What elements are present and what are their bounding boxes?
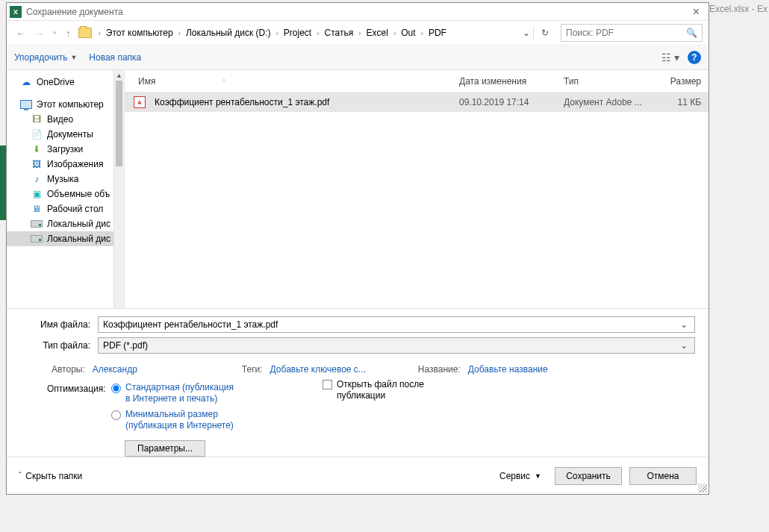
downloads-icon: ⬇ [31,144,43,154]
breadcrumb-item[interactable]: Project [284,28,311,38]
filename-input[interactable] [103,319,678,330]
sidebar-music[interactable]: ♪Музыка [7,172,124,187]
authors-value[interactable]: Александр [93,364,137,375]
sidebar-local-disk-2[interactable]: Локальный дис [7,231,124,246]
col-header-name[interactable]: Имяˆ [134,76,455,87]
drive-icon [31,234,43,244]
breadcrumb-separator: › [99,29,101,37]
chevron-down-icon: ▼ [535,472,541,480]
col-header-type[interactable]: Тип [559,76,664,87]
desktop-icon: 🖥 [31,204,43,214]
titlebar: X Сохранение документа × [7,3,709,21]
nav-forward-button[interactable]: → [31,26,47,40]
filetype-label: Тип файла: [20,340,98,351]
column-headers: Имяˆ Дата изменения Тип Размер [125,70,709,93]
service-button[interactable]: Сервис ▼ [494,469,547,484]
sort-indicator-icon: ˆ [222,78,225,86]
music-icon: ♪ [31,174,43,184]
tags-value[interactable]: Добавьте ключевое с... [270,364,366,375]
sidebar-3d-objects[interactable]: ▣Объемные объ [7,187,124,201]
pictures-icon: 🖼 [31,159,43,169]
navigation-sidebar: ☁ OneDrive Этот компьютер 🎞Видео 📄Докуме… [7,70,125,308]
breadcrumb-item[interactable]: Статья [325,28,354,38]
help-button[interactable]: ? [688,51,701,64]
sidebar-this-pc[interactable]: Этот компьютер [7,97,124,112]
search-box[interactable]: 🔍 [561,24,703,42]
scroll-thumb[interactable] [116,81,122,166]
file-list-pane: Имяˆ Дата изменения Тип Размер A Коэффиц… [125,70,709,308]
sidebar-desktop[interactable]: 🖥Рабочий стол [7,201,124,216]
nav-recent-button[interactable]: ▾ [50,28,60,38]
cube-icon: ▣ [31,189,43,199]
filetype-combo[interactable]: PDF (*.pdf) ⌄ [98,337,695,354]
view-options-button[interactable]: ☷ ▾ [659,49,682,66]
hide-folders-button[interactable]: ˆ Скрыть папки [19,471,82,481]
organize-button[interactable]: Упорядочить ▼ [14,52,77,63]
address-dropdown[interactable]: ⌄ [520,28,533,38]
file-name-cell: Коэффициент рентабельности_1 этаж.pdf [150,97,455,107]
sidebar-downloads[interactable]: ⬇Загрузки [7,142,124,157]
breadcrumb-item[interactable]: Out [401,28,415,38]
file-date-cell: 09.10.2019 17:14 [455,97,559,107]
documents-icon: 📄 [31,129,43,140]
cloud-icon: ☁ [20,77,32,87]
file-type-cell: Документ Adobe ... [559,97,664,107]
file-size-cell: 11 КБ [664,97,709,107]
title-value[interactable]: Добавьте название [468,364,548,375]
chevron-down-icon[interactable]: ⌄ [678,340,690,351]
toolbar: Упорядочить ▼ Новая папка ☷ ▾ ? [7,45,709,70]
excel-ribbon-strip [0,145,6,220]
file-row[interactable]: A Коэффициент рентабельности_1 этаж.pdf … [125,93,709,112]
opt-standard-radio[interactable]: Стандартная (публикация в Интернете и пе… [111,382,237,404]
sidebar-scrollbar[interactable]: ▲ [113,70,124,308]
dialog-footer: ˆ Скрыть папки Сервис ▼ Сохранить Отмена [7,457,709,494]
save-form: Имя файла: ⌄ Тип файла: PDF (*.pdf) ⌄ Ав… [7,308,709,457]
address-bar: ← → ▾ ↑ › Этот компьютер › Локальный дис… [7,21,709,45]
save-dialog: X Сохранение документа × ← → ▾ ↑ › Этот … [6,2,709,495]
scroll-up-icon[interactable]: ▲ [114,70,124,81]
chevron-down-icon: ▼ [70,54,77,61]
sidebar-onedrive[interactable]: ☁ OneDrive [7,75,124,90]
drive-icon [31,219,43,229]
close-button[interactable]: × [687,5,706,19]
tags-label: Теги: [242,364,263,375]
dialog-title: Сохранение документа [26,7,687,17]
new-folder-button[interactable]: Новая папка [89,52,141,63]
video-icon: 🎞 [31,114,43,125]
col-header-size[interactable]: Размер [664,76,709,87]
save-button[interactable]: Сохранить [555,467,622,485]
sidebar-local-disk-1[interactable]: Локальный дис [7,216,124,231]
filename-combo[interactable]: ⌄ [98,316,695,333]
search-input[interactable] [566,28,686,38]
refresh-button[interactable]: ↻ [537,26,553,40]
nav-back-button[interactable]: ← [13,26,28,40]
pdf-file-icon: A [134,96,146,108]
opt-minimal-radio[interactable]: Минимальный размер (публикация в Интерне… [111,409,237,431]
excel-app-icon: X [10,6,22,18]
breadcrumb-item[interactable]: Excel [367,28,388,38]
sidebar-documents[interactable]: 📄Документы [7,127,124,142]
open-after-checkbox[interactable]: Открыть файл после публикации [323,379,441,401]
filetype-value: PDF (*.pdf) [103,340,148,351]
background-window-title: Excel.xlsx - Ex [709,4,768,14]
checkbox-icon[interactable] [323,380,332,389]
resize-grip[interactable] [698,484,707,492]
chevron-down-icon[interactable]: ⌄ [678,319,690,330]
nav-up-button[interactable]: ↑ [63,26,74,40]
parameters-button[interactable]: Параметры... [125,440,205,457]
search-icon[interactable]: 🔍 [686,28,697,38]
breadcrumb-item[interactable]: Локальный диск (D:) [186,28,271,38]
sidebar-pictures[interactable]: 🖼Изображения [7,157,124,172]
filename-label: Имя файла: [20,319,98,330]
folder-icon [78,28,92,38]
cancel-button[interactable]: Отмена [629,467,697,485]
chevron-up-icon: ˆ [19,472,21,480]
optimization-label: Оптимизация: [47,382,111,394]
breadcrumb-item[interactable]: PDF [429,28,446,38]
pc-icon [20,99,32,110]
sidebar-videos[interactable]: 🎞Видео [7,112,124,127]
breadcrumb-item[interactable]: Этот компьютер [106,28,173,38]
authors-label: Авторы: [52,364,85,375]
title-label: Название: [418,364,461,375]
col-header-date[interactable]: Дата изменения [455,76,559,87]
